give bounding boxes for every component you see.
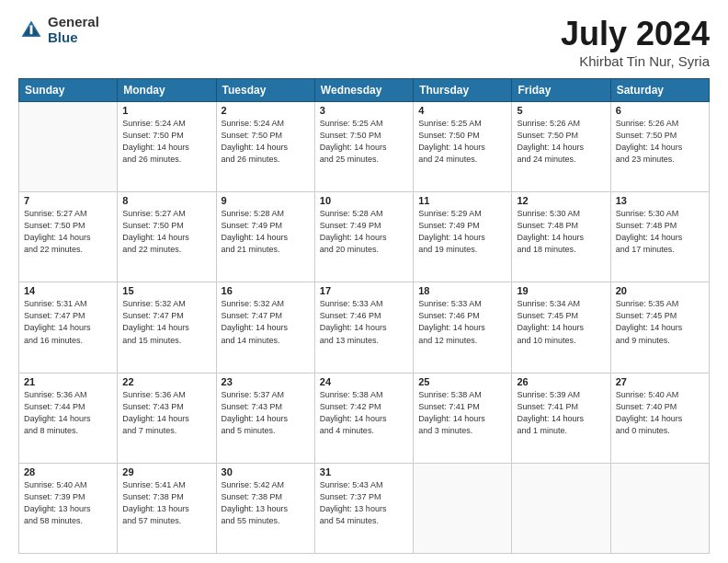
day-number: 9 bbox=[222, 195, 310, 206]
day-number: 19 bbox=[517, 285, 605, 296]
calendar-cell: 3Sunrise: 5:25 AM Sunset: 7:50 PM Daylig… bbox=[314, 102, 413, 192]
subtitle: Khirbat Tin Nur, Syria bbox=[561, 53, 710, 69]
calendar-cell: 16Sunrise: 5:32 AM Sunset: 7:47 PM Dayli… bbox=[216, 282, 314, 373]
day-info: Sunrise: 5:37 AM Sunset: 7:43 PM Dayligh… bbox=[222, 389, 310, 437]
logo-general-text: General bbox=[48, 15, 99, 30]
day-number: 21 bbox=[24, 376, 112, 387]
calendar-cell: 26Sunrise: 5:39 AM Sunset: 7:41 PM Dayli… bbox=[512, 373, 610, 463]
day-number: 20 bbox=[616, 285, 704, 296]
day-info: Sunrise: 5:40 AM Sunset: 7:40 PM Dayligh… bbox=[616, 389, 704, 437]
day-number: 28 bbox=[24, 466, 112, 477]
day-info: Sunrise: 5:25 AM Sunset: 7:50 PM Dayligh… bbox=[320, 118, 408, 166]
calendar-cell: 14Sunrise: 5:31 AM Sunset: 7:47 PM Dayli… bbox=[19, 282, 118, 373]
day-number: 17 bbox=[320, 285, 408, 296]
day-number: 13 bbox=[616, 195, 704, 206]
page: General Blue July 2024 Khirbat Tin Nur, … bbox=[0, 0, 728, 563]
day-info: Sunrise: 5:29 AM Sunset: 7:49 PM Dayligh… bbox=[418, 208, 506, 256]
calendar-header-saturday: Saturday bbox=[610, 79, 709, 102]
calendar-header-friday: Friday bbox=[512, 79, 610, 102]
day-number: 22 bbox=[122, 376, 210, 387]
day-info: Sunrise: 5:28 AM Sunset: 7:49 PM Dayligh… bbox=[222, 208, 310, 256]
calendar-cell bbox=[19, 102, 118, 192]
day-info: Sunrise: 5:30 AM Sunset: 7:48 PM Dayligh… bbox=[517, 208, 605, 256]
calendar-cell: 29Sunrise: 5:41 AM Sunset: 7:38 PM Dayli… bbox=[118, 463, 216, 553]
calendar-cell: 27Sunrise: 5:40 AM Sunset: 7:40 PM Dayli… bbox=[610, 373, 709, 463]
day-number: 27 bbox=[616, 376, 704, 387]
calendar-cell: 2Sunrise: 5:24 AM Sunset: 7:50 PM Daylig… bbox=[216, 102, 314, 192]
day-number: 18 bbox=[418, 285, 506, 296]
day-number: 1 bbox=[122, 105, 210, 116]
calendar-cell bbox=[610, 463, 709, 553]
calendar-cell: 21Sunrise: 5:36 AM Sunset: 7:44 PM Dayli… bbox=[19, 373, 118, 463]
calendar-cell: 18Sunrise: 5:33 AM Sunset: 7:46 PM Dayli… bbox=[414, 282, 512, 373]
calendar-week-row: 14Sunrise: 5:31 AM Sunset: 7:47 PM Dayli… bbox=[19, 282, 710, 373]
calendar-header-monday: Monday bbox=[118, 79, 216, 102]
day-number: 6 bbox=[616, 105, 704, 116]
logo-icon bbox=[18, 17, 44, 43]
calendar-cell: 22Sunrise: 5:36 AM Sunset: 7:43 PM Dayli… bbox=[118, 373, 216, 463]
calendar-cell: 31Sunrise: 5:43 AM Sunset: 7:37 PM Dayli… bbox=[314, 463, 413, 553]
day-info: Sunrise: 5:24 AM Sunset: 7:50 PM Dayligh… bbox=[222, 118, 310, 166]
calendar-cell: 23Sunrise: 5:37 AM Sunset: 7:43 PM Dayli… bbox=[216, 373, 314, 463]
day-info: Sunrise: 5:35 AM Sunset: 7:45 PM Dayligh… bbox=[616, 298, 704, 346]
calendar-header-tuesday: Tuesday bbox=[216, 79, 314, 102]
svg-rect-2 bbox=[30, 25, 33, 34]
day-number: 25 bbox=[418, 376, 506, 387]
day-info: Sunrise: 5:43 AM Sunset: 7:37 PM Dayligh… bbox=[320, 479, 408, 527]
calendar-table: SundayMondayTuesdayWednesdayThursdayFrid… bbox=[18, 78, 710, 554]
day-number: 11 bbox=[418, 195, 506, 206]
day-number: 31 bbox=[320, 466, 408, 477]
day-info: Sunrise: 5:41 AM Sunset: 7:38 PM Dayligh… bbox=[122, 479, 210, 527]
day-number: 29 bbox=[122, 466, 210, 477]
day-number: 26 bbox=[517, 376, 605, 387]
day-info: Sunrise: 5:34 AM Sunset: 7:45 PM Dayligh… bbox=[517, 298, 605, 346]
calendar-week-row: 21Sunrise: 5:36 AM Sunset: 7:44 PM Dayli… bbox=[19, 373, 710, 463]
day-number: 23 bbox=[222, 376, 310, 387]
day-info: Sunrise: 5:33 AM Sunset: 7:46 PM Dayligh… bbox=[418, 298, 506, 346]
calendar-cell: 24Sunrise: 5:38 AM Sunset: 7:42 PM Dayli… bbox=[314, 373, 413, 463]
calendar-header-wednesday: Wednesday bbox=[314, 79, 413, 102]
calendar-cell: 13Sunrise: 5:30 AM Sunset: 7:48 PM Dayli… bbox=[610, 192, 709, 282]
logo: General Blue bbox=[18, 15, 99, 45]
day-info: Sunrise: 5:27 AM Sunset: 7:50 PM Dayligh… bbox=[24, 208, 112, 256]
calendar-cell: 1Sunrise: 5:24 AM Sunset: 7:50 PM Daylig… bbox=[118, 102, 216, 192]
day-number: 16 bbox=[222, 285, 310, 296]
logo-text: General Blue bbox=[48, 15, 99, 45]
day-info: Sunrise: 5:36 AM Sunset: 7:44 PM Dayligh… bbox=[24, 389, 112, 437]
day-info: Sunrise: 5:27 AM Sunset: 7:50 PM Dayligh… bbox=[122, 208, 210, 256]
calendar-cell: 17Sunrise: 5:33 AM Sunset: 7:46 PM Dayli… bbox=[314, 282, 413, 373]
day-number: 4 bbox=[418, 105, 506, 116]
day-number: 8 bbox=[122, 195, 210, 206]
calendar-cell: 5Sunrise: 5:26 AM Sunset: 7:50 PM Daylig… bbox=[512, 102, 610, 192]
calendar-cell: 19Sunrise: 5:34 AM Sunset: 7:45 PM Dayli… bbox=[512, 282, 610, 373]
day-info: Sunrise: 5:40 AM Sunset: 7:39 PM Dayligh… bbox=[24, 479, 112, 527]
calendar-header-thursday: Thursday bbox=[414, 79, 512, 102]
day-info: Sunrise: 5:38 AM Sunset: 7:41 PM Dayligh… bbox=[418, 389, 506, 437]
calendar-cell: 15Sunrise: 5:32 AM Sunset: 7:47 PM Dayli… bbox=[118, 282, 216, 373]
day-info: Sunrise: 5:32 AM Sunset: 7:47 PM Dayligh… bbox=[122, 298, 210, 346]
day-info: Sunrise: 5:25 AM Sunset: 7:50 PM Dayligh… bbox=[418, 118, 506, 166]
day-info: Sunrise: 5:33 AM Sunset: 7:46 PM Dayligh… bbox=[320, 298, 408, 346]
calendar-cell: 28Sunrise: 5:40 AM Sunset: 7:39 PM Dayli… bbox=[19, 463, 118, 553]
day-info: Sunrise: 5:38 AM Sunset: 7:42 PM Dayligh… bbox=[320, 389, 408, 437]
calendar-cell: 20Sunrise: 5:35 AM Sunset: 7:45 PM Dayli… bbox=[610, 282, 709, 373]
calendar-cell: 30Sunrise: 5:42 AM Sunset: 7:38 PM Dayli… bbox=[216, 463, 314, 553]
calendar-cell bbox=[414, 463, 512, 553]
day-info: Sunrise: 5:26 AM Sunset: 7:50 PM Dayligh… bbox=[616, 118, 704, 166]
title-block: July 2024 Khirbat Tin Nur, Syria bbox=[561, 15, 710, 69]
day-number: 3 bbox=[320, 105, 408, 116]
day-number: 14 bbox=[24, 285, 112, 296]
day-info: Sunrise: 5:24 AM Sunset: 7:50 PM Dayligh… bbox=[122, 118, 210, 166]
main-title: July 2024 bbox=[561, 15, 710, 53]
day-number: 2 bbox=[222, 105, 310, 116]
calendar-week-row: 28Sunrise: 5:40 AM Sunset: 7:39 PM Dayli… bbox=[19, 463, 710, 553]
day-number: 10 bbox=[320, 195, 408, 206]
day-number: 24 bbox=[320, 376, 408, 387]
day-info: Sunrise: 5:31 AM Sunset: 7:47 PM Dayligh… bbox=[24, 298, 112, 346]
calendar-cell: 7Sunrise: 5:27 AM Sunset: 7:50 PM Daylig… bbox=[19, 192, 118, 282]
day-number: 15 bbox=[122, 285, 210, 296]
day-info: Sunrise: 5:36 AM Sunset: 7:43 PM Dayligh… bbox=[122, 389, 210, 437]
calendar-cell: 10Sunrise: 5:28 AM Sunset: 7:49 PM Dayli… bbox=[314, 192, 413, 282]
day-info: Sunrise: 5:32 AM Sunset: 7:47 PM Dayligh… bbox=[222, 298, 310, 346]
day-info: Sunrise: 5:30 AM Sunset: 7:48 PM Dayligh… bbox=[616, 208, 704, 256]
